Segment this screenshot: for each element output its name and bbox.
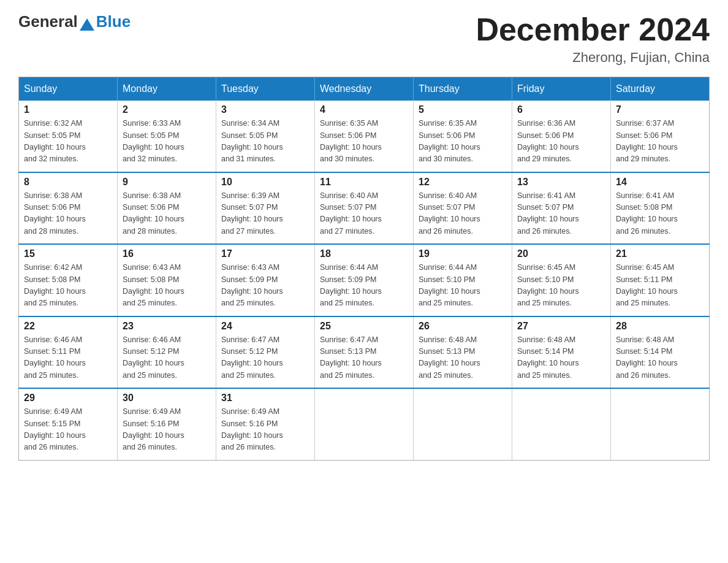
logo-blue: Blue (96, 12, 131, 31)
calendar-cell: 3Sunrise: 6:34 AM Sunset: 5:05 PM Daylig… (216, 101, 315, 172)
day-info: Sunrise: 6:44 AM Sunset: 5:10 PM Dayligh… (419, 262, 507, 310)
day-number: 2 (123, 104, 211, 115)
day-number: 11 (320, 177, 408, 188)
day-info: Sunrise: 6:46 AM Sunset: 5:12 PM Dayligh… (123, 334, 211, 382)
logo: General Blue (18, 12, 131, 31)
calendar-cell: 31Sunrise: 6:49 AM Sunset: 5:16 PM Dayli… (216, 388, 315, 460)
day-info: Sunrise: 6:47 AM Sunset: 5:13 PM Dayligh… (320, 334, 408, 382)
day-number: 6 (517, 104, 605, 115)
calendar-header-row: SundayMondayTuesdayWednesdayThursdayFrid… (19, 77, 710, 101)
day-info: Sunrise: 6:39 AM Sunset: 5:07 PM Dayligh… (221, 190, 309, 238)
day-info: Sunrise: 6:38 AM Sunset: 5:06 PM Dayligh… (24, 190, 112, 238)
day-info: Sunrise: 6:47 AM Sunset: 5:12 PM Dayligh… (221, 334, 309, 382)
day-number: 15 (24, 248, 112, 259)
calendar-cell: 6Sunrise: 6:36 AM Sunset: 5:06 PM Daylig… (512, 101, 611, 172)
calendar-cell (315, 388, 414, 460)
day-info: Sunrise: 6:49 AM Sunset: 5:16 PM Dayligh… (123, 406, 211, 454)
page-header: General Blue December 2024 Zherong, Fuji… (18, 12, 710, 66)
calendar-cell: 28Sunrise: 6:48 AM Sunset: 5:14 PM Dayli… (611, 316, 710, 389)
calendar-week-row: 8Sunrise: 6:38 AM Sunset: 5:06 PM Daylig… (19, 172, 710, 245)
day-number: 17 (221, 248, 309, 259)
calendar-cell: 27Sunrise: 6:48 AM Sunset: 5:14 PM Dayli… (512, 316, 611, 389)
calendar-cell: 9Sunrise: 6:38 AM Sunset: 5:06 PM Daylig… (118, 172, 216, 245)
calendar-cell: 22Sunrise: 6:46 AM Sunset: 5:11 PM Dayli… (19, 316, 118, 389)
calendar-cell: 12Sunrise: 6:40 AM Sunset: 5:07 PM Dayli… (414, 172, 512, 245)
day-number: 23 (123, 321, 211, 332)
calendar-cell: 10Sunrise: 6:39 AM Sunset: 5:07 PM Dayli… (216, 172, 315, 245)
day-info: Sunrise: 6:37 AM Sunset: 5:06 PM Dayligh… (616, 118, 704, 166)
day-number: 9 (123, 177, 211, 188)
calendar-week-row: 22Sunrise: 6:46 AM Sunset: 5:11 PM Dayli… (19, 316, 710, 389)
day-info: Sunrise: 6:49 AM Sunset: 5:16 PM Dayligh… (221, 406, 309, 454)
column-header-saturday: Saturday (611, 77, 710, 101)
calendar-cell: 19Sunrise: 6:44 AM Sunset: 5:10 PM Dayli… (414, 244, 512, 316)
column-header-monday: Monday (118, 77, 216, 101)
calendar-cell: 15Sunrise: 6:42 AM Sunset: 5:08 PM Dayli… (19, 244, 118, 316)
day-number: 30 (123, 393, 211, 404)
day-info: Sunrise: 6:40 AM Sunset: 5:07 PM Dayligh… (320, 190, 408, 238)
calendar-cell: 7Sunrise: 6:37 AM Sunset: 5:06 PM Daylig… (611, 101, 710, 172)
column-header-wednesday: Wednesday (315, 77, 414, 101)
calendar-cell: 18Sunrise: 6:44 AM Sunset: 5:09 PM Dayli… (315, 244, 414, 316)
calendar-cell: 14Sunrise: 6:41 AM Sunset: 5:08 PM Dayli… (611, 172, 710, 245)
day-number: 10 (221, 177, 309, 188)
day-info: Sunrise: 6:44 AM Sunset: 5:09 PM Dayligh… (320, 262, 408, 310)
calendar-week-row: 1Sunrise: 6:32 AM Sunset: 5:05 PM Daylig… (19, 101, 710, 172)
day-info: Sunrise: 6:35 AM Sunset: 5:06 PM Dayligh… (419, 118, 507, 166)
day-number: 31 (221, 393, 309, 404)
day-number: 25 (320, 321, 408, 332)
logo-general: General (18, 12, 78, 31)
day-number: 3 (221, 104, 309, 115)
calendar-cell: 17Sunrise: 6:43 AM Sunset: 5:09 PM Dayli… (216, 244, 315, 316)
day-info: Sunrise: 6:49 AM Sunset: 5:15 PM Dayligh… (24, 406, 112, 454)
calendar-cell: 21Sunrise: 6:45 AM Sunset: 5:11 PM Dayli… (611, 244, 710, 316)
title-block: December 2024 Zherong, Fujian, China (476, 12, 710, 66)
day-info: Sunrise: 6:46 AM Sunset: 5:11 PM Dayligh… (24, 334, 112, 382)
calendar-cell: 8Sunrise: 6:38 AM Sunset: 5:06 PM Daylig… (19, 172, 118, 245)
calendar-cell: 30Sunrise: 6:49 AM Sunset: 5:16 PM Dayli… (118, 388, 216, 460)
day-info: Sunrise: 6:45 AM Sunset: 5:11 PM Dayligh… (616, 262, 704, 310)
day-number: 5 (419, 104, 507, 115)
day-number: 20 (517, 248, 605, 259)
day-info: Sunrise: 6:48 AM Sunset: 5:13 PM Dayligh… (419, 334, 507, 382)
calendar-cell: 25Sunrise: 6:47 AM Sunset: 5:13 PM Dayli… (315, 316, 414, 389)
calendar-cell: 1Sunrise: 6:32 AM Sunset: 5:05 PM Daylig… (19, 101, 118, 172)
day-info: Sunrise: 6:33 AM Sunset: 5:05 PM Dayligh… (123, 118, 211, 166)
day-number: 24 (221, 321, 309, 332)
column-header-sunday: Sunday (19, 77, 118, 101)
day-number: 18 (320, 248, 408, 259)
day-number: 13 (517, 177, 605, 188)
day-number: 16 (123, 248, 211, 259)
month-title: December 2024 (476, 12, 710, 47)
day-number: 7 (616, 104, 704, 115)
calendar-cell: 2Sunrise: 6:33 AM Sunset: 5:05 PM Daylig… (118, 101, 216, 172)
day-number: 1 (24, 104, 112, 115)
calendar-cell: 20Sunrise: 6:45 AM Sunset: 5:10 PM Dayli… (512, 244, 611, 316)
day-number: 26 (419, 321, 507, 332)
day-number: 28 (616, 321, 704, 332)
day-info: Sunrise: 6:35 AM Sunset: 5:06 PM Dayligh… (320, 118, 408, 166)
calendar-cell: 16Sunrise: 6:43 AM Sunset: 5:08 PM Dayli… (118, 244, 216, 316)
calendar-table: SundayMondayTuesdayWednesdayThursdayFrid… (18, 77, 710, 461)
logo-triangle-icon (80, 18, 94, 31)
calendar-cell: 13Sunrise: 6:41 AM Sunset: 5:07 PM Dayli… (512, 172, 611, 245)
calendar-cell: 24Sunrise: 6:47 AM Sunset: 5:12 PM Dayli… (216, 316, 315, 389)
day-number: 22 (24, 321, 112, 332)
day-number: 19 (419, 248, 507, 259)
day-info: Sunrise: 6:41 AM Sunset: 5:08 PM Dayligh… (616, 190, 704, 238)
calendar-cell: 5Sunrise: 6:35 AM Sunset: 5:06 PM Daylig… (414, 101, 512, 172)
day-number: 8 (24, 177, 112, 188)
day-info: Sunrise: 6:48 AM Sunset: 5:14 PM Dayligh… (616, 334, 704, 382)
day-number: 12 (419, 177, 507, 188)
calendar-week-row: 15Sunrise: 6:42 AM Sunset: 5:08 PM Dayli… (19, 244, 710, 316)
calendar-cell (414, 388, 512, 460)
calendar-week-row: 29Sunrise: 6:49 AM Sunset: 5:15 PM Dayli… (19, 388, 710, 460)
day-number: 21 (616, 248, 704, 259)
day-info: Sunrise: 6:45 AM Sunset: 5:10 PM Dayligh… (517, 262, 605, 310)
calendar-cell: 11Sunrise: 6:40 AM Sunset: 5:07 PM Dayli… (315, 172, 414, 245)
calendar-cell: 4Sunrise: 6:35 AM Sunset: 5:06 PM Daylig… (315, 101, 414, 172)
day-info: Sunrise: 6:42 AM Sunset: 5:08 PM Dayligh… (24, 262, 112, 310)
column-header-thursday: Thursday (414, 77, 512, 101)
day-info: Sunrise: 6:40 AM Sunset: 5:07 PM Dayligh… (419, 190, 507, 238)
calendar-cell (512, 388, 611, 460)
